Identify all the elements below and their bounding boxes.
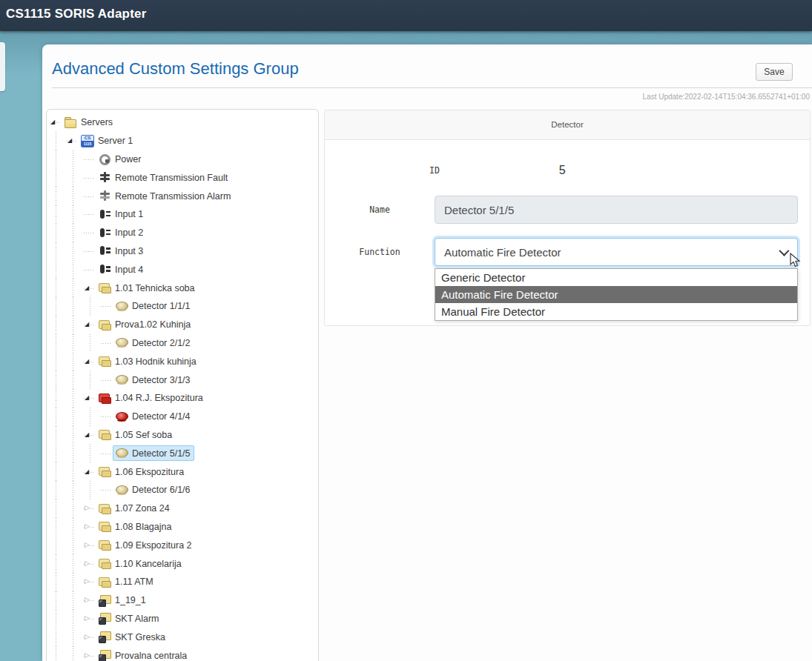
expander-icon[interactable]: [84, 316, 96, 334]
tree-item[interactable]: 1_19_1: [47, 591, 318, 610]
tree-item-content[interactable]: 1.03 Hodnik kuhinja: [96, 353, 200, 369]
tree-item[interactable]: 1.05 Sef soba: [47, 426, 318, 445]
tree-item[interactable]: Prova1.02 Kuhinja: [47, 316, 318, 334]
tree-item-content[interactable]: Input 2: [96, 225, 147, 241]
tree-item-content[interactable]: Input 3: [96, 243, 147, 259]
tree-item-content[interactable]: 1.06 Ekspozitura: [96, 464, 188, 479]
tree-item[interactable]: 1.07 Zona 24: [47, 499, 318, 518]
tree-item-content[interactable]: 1.11 ATM: [96, 574, 157, 590]
tree-item-content[interactable]: Servers: [62, 115, 116, 130]
tree-guide-line: [67, 187, 84, 205]
expander-icon[interactable]: [84, 536, 96, 554]
expander-icon[interactable]: [84, 646, 96, 661]
tree-item[interactable]: Servers: [47, 113, 318, 132]
tree-item-label: Detector 3/1/3: [132, 375, 191, 385]
expander-icon[interactable]: [84, 554, 96, 573]
expander-icon[interactable]: [84, 462, 96, 481]
tree-item[interactable]: Provalna centrala: [47, 646, 318, 661]
expander-icon[interactable]: [84, 591, 96, 610]
expander-icon[interactable]: [84, 573, 96, 591]
tree-item[interactable]: 1.09 Ekspozitura 2: [47, 536, 318, 554]
tree-item[interactable]: 1.10 Kancelarija: [47, 554, 318, 573]
tree-item-content[interactable]: CS1115Server 1: [79, 133, 136, 149]
tree-item[interactable]: Input 2: [47, 224, 318, 242]
expander-icon[interactable]: [67, 132, 79, 150]
dropdown-option[interactable]: Generic Detector: [435, 269, 797, 286]
tree-item[interactable]: Detector 3/1/3: [47, 371, 318, 389]
expander-icon[interactable]: [84, 518, 96, 537]
tree-item[interactable]: Detector 4/1/4: [47, 408, 318, 426]
tree-item-content[interactable]: Detector 1/1/1: [113, 299, 194, 314]
tree-item[interactable]: 1.04 R.J. Ekspozitura: [47, 389, 318, 408]
expander-icon[interactable]: [84, 499, 96, 518]
tree-item-label: Input 1: [115, 209, 143, 219]
tree-guide-line: [50, 334, 67, 353]
dropdown-option[interactable]: Manual Fire Detector: [435, 303, 797, 320]
tree-item[interactable]: Detector 2/1/2: [47, 334, 318, 353]
tree-item-content[interactable]: Input 4: [96, 262, 147, 277]
tree-item[interactable]: 1.01 Tehnicka soba: [47, 279, 318, 297]
expander-icon[interactable]: [84, 426, 96, 445]
tree-guide-line: [50, 591, 67, 610]
tree-item[interactable]: Power: [47, 150, 318, 169]
tree-item[interactable]: Input 3: [47, 242, 318, 261]
function-select[interactable]: Automatic Fire Detector: [435, 238, 798, 266]
panel-icon: [98, 594, 111, 607]
name-field[interactable]: [435, 196, 798, 224]
function-dropdown-list: Generic DetectorAutomatic Fire DetectorM…: [435, 268, 798, 321]
tree-item-content[interactable]: 1.10 Kancelarija: [96, 556, 185, 571]
tree-connector: [101, 334, 113, 353]
tree-item[interactable]: 1.08 Blagajna: [47, 518, 318, 537]
tree-item-content[interactable]: Detector 4/1/4: [113, 409, 194, 425]
tree-item[interactable]: Input 1: [47, 205, 318, 224]
tree-item-label: Detector 1/1/1: [132, 301, 191, 311]
tree-connector: [84, 242, 96, 261]
expander-icon[interactable]: [84, 279, 96, 297]
tree-item-content[interactable]: 1_19_1: [96, 593, 150, 608]
tree-item[interactable]: 1.11 ATM: [47, 573, 318, 591]
tree-item-content[interactable]: SKT Alarm: [96, 611, 163, 626]
tree-item-content[interactable]: 1.09 Ekspozitura 2: [96, 537, 196, 553]
tree-item[interactable]: Detector 5/1/5: [47, 444, 318, 462]
tree-item[interactable]: 1.06 Ekspozitura: [47, 462, 318, 481]
expander-icon[interactable]: [84, 628, 96, 646]
zone-icon: [98, 465, 111, 478]
tree-item-content[interactable]: Detector 6/1/6: [113, 482, 194, 498]
tree-item[interactable]: Detector 1/1/1: [47, 297, 318, 316]
tree-item-content[interactable]: Power: [96, 151, 145, 167]
tree-item-content[interactable]: Remote Transmission Alarm: [96, 188, 234, 204]
tree-item[interactable]: Detector 6/1/6: [47, 481, 318, 499]
expander-icon[interactable]: [50, 113, 62, 132]
tree-item[interactable]: Remote Transmission Alarm: [47, 187, 318, 205]
tree-item-content[interactable]: 1.01 Tehnicka soba: [96, 280, 199, 296]
tree-item-selected[interactable]: Detector 5/1/5: [113, 445, 194, 461]
tree-item-content[interactable]: 1.08 Blagajna: [96, 519, 175, 534]
tree-item-content[interactable]: Input 1: [96, 207, 147, 222]
tree-item[interactable]: Remote Transmission Fault: [47, 168, 318, 187]
tree-item-content[interactable]: Remote Transmission Fault: [96, 170, 231, 185]
save-button[interactable]: Save: [756, 63, 793, 81]
tree-guide-line: [50, 242, 67, 261]
dropdown-option[interactable]: Automatic Fire Detector: [435, 286, 797, 303]
tree-item-content[interactable]: Provalna centrala: [96, 648, 191, 661]
detector-panel: Detector ID 5 Name Function Automatic Fi…: [324, 110, 811, 326]
tree-item[interactable]: Input 4: [47, 260, 318, 279]
tree-guide-line: [67, 573, 84, 591]
tree-item-content[interactable]: Detector 3/1/3: [113, 372, 194, 388]
tree-item[interactable]: SKT Greska: [47, 628, 318, 646]
tree-item[interactable]: 1.03 Hodnik kuhinja: [47, 352, 318, 371]
tree-item-content[interactable]: 1.07 Zona 24: [96, 501, 174, 516]
tree-connector: [101, 481, 113, 499]
tree-item-content[interactable]: SKT Greska: [96, 629, 169, 645]
tree-item[interactable]: CS1115Server 1: [47, 132, 318, 150]
tree-item-content[interactable]: 1.05 Sef soba: [96, 427, 176, 442]
id-row: ID 5: [429, 162, 566, 179]
expander-icon[interactable]: [84, 352, 96, 371]
tree-item-label: Input 4: [115, 265, 143, 275]
expander-icon[interactable]: [84, 610, 96, 628]
expander-icon[interactable]: [84, 389, 96, 408]
tree-item-content[interactable]: 1.04 R.J. Ekspozitura: [96, 391, 207, 406]
tree-item-content[interactable]: Prova1.02 Kuhinja: [96, 317, 194, 333]
tree-item[interactable]: SKT Alarm: [47, 610, 318, 628]
tree-item-content[interactable]: Detector 2/1/2: [113, 335, 194, 351]
